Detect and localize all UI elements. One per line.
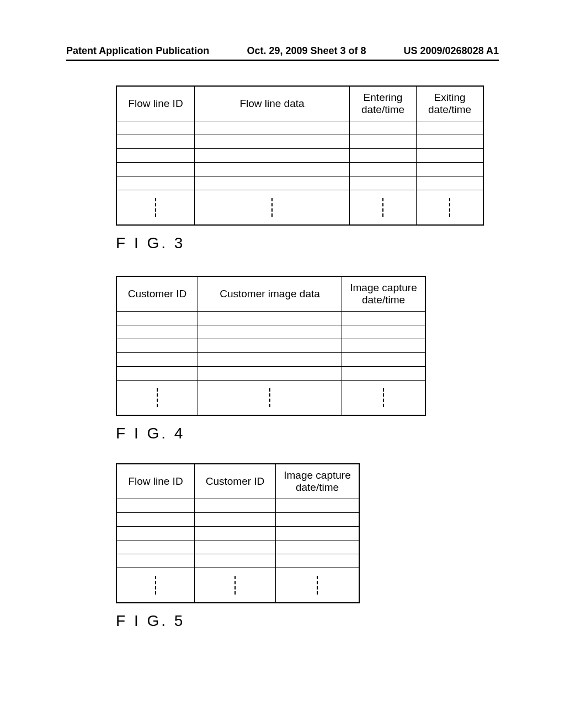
table-row	[116, 527, 359, 540]
figure-4-table: Customer ID Customer image data Image ca…	[116, 276, 426, 416]
vertical-ellipsis-icon	[155, 198, 156, 217]
vertical-ellipsis-icon	[269, 388, 270, 407]
vertical-ellipsis-icon	[383, 388, 384, 407]
table-row	[116, 540, 359, 554]
table-row	[116, 121, 483, 135]
figure-5-block: Flow line ID Customer ID Image capture d…	[116, 463, 360, 630]
figure-3-block: Flow line ID Flow line data Entering dat…	[116, 85, 484, 252]
col-exiting-date: Exiting date/time	[417, 86, 484, 121]
figure-4-block: Customer ID Customer image data Image ca…	[116, 276, 426, 442]
table-row	[116, 554, 359, 568]
col-customer-id: Customer ID	[195, 464, 276, 499]
col-customer-image-data: Customer image data	[198, 276, 342, 312]
figure-3-label: F I G. 3	[116, 234, 484, 252]
table-row	[116, 163, 483, 176]
figure-4-label: F I G. 4	[116, 425, 426, 442]
table-row	[116, 499, 359, 513]
vertical-ellipsis-icon	[271, 198, 273, 217]
table-header-row: Flow line ID Flow line data Entering dat…	[116, 86, 483, 121]
table-row	[116, 135, 483, 149]
vertical-ellipsis-icon	[234, 576, 236, 595]
page: Patent Application Publication Oct. 29, …	[0, 0, 565, 728]
table-row	[116, 367, 425, 381]
table-row	[116, 149, 483, 163]
table-row	[116, 312, 425, 325]
col-flow-line-id: Flow line ID	[116, 86, 195, 121]
table-row	[116, 325, 425, 339]
vertical-ellipsis-icon	[157, 388, 158, 407]
header-left: Patent Application Publication	[66, 45, 209, 57]
table-row-continuation	[116, 568, 359, 603]
table-row-continuation	[116, 190, 483, 226]
figure-5-label: F I G. 5	[116, 612, 360, 630]
table-header-row: Flow line ID Customer ID Image capture d…	[116, 464, 359, 499]
table-header-row: Customer ID Customer image data Image ca…	[116, 276, 425, 312]
table-row	[116, 353, 425, 367]
header-right: US 2009/0268028 A1	[404, 45, 499, 57]
table-row	[116, 176, 483, 190]
vertical-ellipsis-icon	[449, 198, 450, 217]
vertical-ellipsis-icon	[382, 198, 383, 217]
table-row	[116, 339, 425, 353]
col-flow-line-data: Flow line data	[195, 86, 350, 121]
header-rule	[66, 60, 499, 61]
col-image-capture-date: Image capture date/time	[276, 464, 360, 499]
col-entering-date: Entering date/time	[350, 86, 417, 121]
vertical-ellipsis-icon	[155, 576, 156, 595]
header-center: Oct. 29, 2009 Sheet 3 of 8	[247, 45, 366, 57]
col-image-capture-date: Image capture date/time	[342, 276, 426, 312]
table-row	[116, 513, 359, 527]
col-customer-id: Customer ID	[116, 276, 198, 312]
col-flow-line-id: Flow line ID	[116, 464, 195, 499]
figure-3-table: Flow line ID Flow line data Entering dat…	[116, 85, 484, 226]
page-header: Patent Application Publication Oct. 29, …	[0, 45, 565, 60]
figure-5-table: Flow line ID Customer ID Image capture d…	[116, 463, 360, 603]
vertical-ellipsis-icon	[317, 576, 318, 595]
table-row-continuation	[116, 381, 425, 416]
